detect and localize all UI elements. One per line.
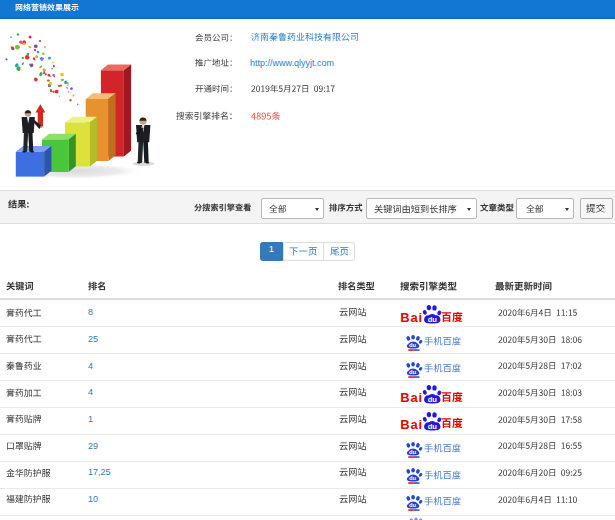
svg-text:du: du [409,449,417,455]
svg-text:du: du [409,502,417,508]
svg-text:Bai: Bai [400,390,423,405]
svg-text:du: du [428,422,438,431]
svg-text:Bai: Bai [400,416,423,431]
svg-text:du: du [409,342,417,348]
svg-text:du: du [428,315,438,324]
svg-text:du: du [409,369,417,375]
svg-text:du: du [409,475,417,481]
svg-text:Bai: Bai [400,310,423,325]
svg-text:du: du [428,395,438,404]
